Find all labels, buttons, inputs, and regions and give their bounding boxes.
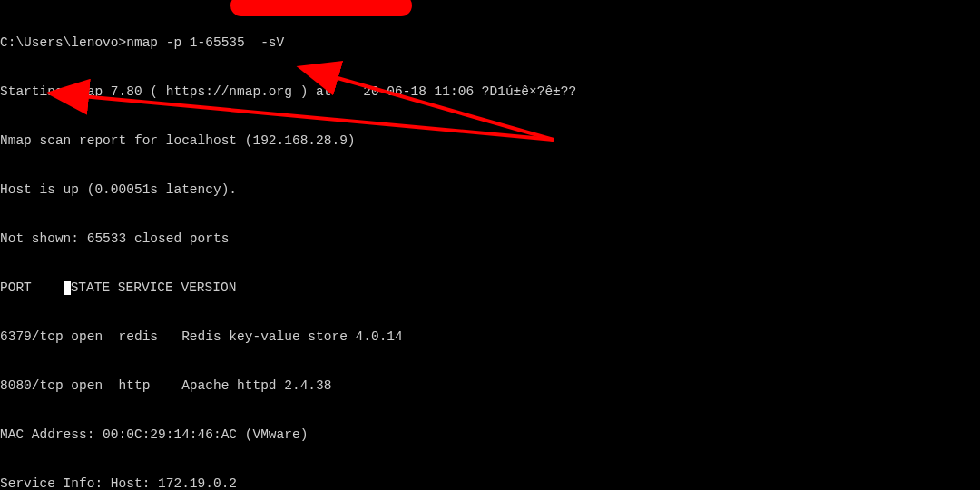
output-line: MAC Address: 00:0C:29:14:46:AC (VMware) [0,426,980,443]
prompt: C:\Users\lenovo> [0,35,126,50]
port-header-rest: STATE SERVICE VERSION [71,280,237,295]
output-line: Host is up (0.00051s latency). [0,181,980,198]
port-header-text: PORT [0,280,64,295]
output-line: PORT STATE SERVICE VERSION [0,279,980,296]
output-line: Service Info: Host: 172.19.0.2 [0,475,980,490]
output-line: 8080/tcp open http Apache httpd 2.4.38 [0,377,980,394]
output-line: Starting Nmap 7.80 ( https://nmap.org ) … [0,83,980,100]
command-line-1: C:\Users\lenovo>nmap -p 1-65535 -sV [0,34,980,51]
selection-cursor [64,281,71,295]
output-line: Nmap scan report for localhost (192.168.… [0,132,980,149]
command-text: nmap -p 1-65535 -sV [126,35,284,50]
output-line: Not shown: 65533 closed ports [0,230,980,247]
redaction-mark [230,0,412,16]
terminal-window[interactable]: C:\Users\lenovo>nmap -p 1-65535 -sV Star… [0,0,980,490]
output-line: 6379/tcp open redis Redis key-value stor… [0,328,980,345]
